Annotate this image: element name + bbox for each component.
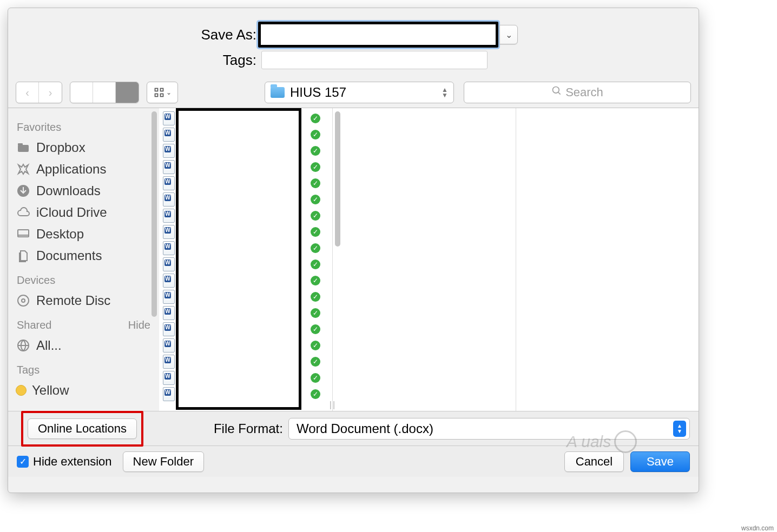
sidebar-item-label: Documents xyxy=(36,248,102,263)
chevron-left-icon: ‹ xyxy=(25,87,29,99)
sync-ok-icon: ✓ xyxy=(311,195,320,204)
sync-ok-icon: ✓ xyxy=(311,341,320,350)
back-button[interactable]: ‹ xyxy=(16,82,39,103)
sidebar-item-downloads[interactable]: Downloads xyxy=(14,180,159,202)
list-view-button[interactable] xyxy=(93,82,116,103)
tags-row: Tags: xyxy=(8,49,699,71)
word-doc-icon xyxy=(163,355,175,369)
word-doc-icon xyxy=(163,274,175,288)
icon-view-button[interactable] xyxy=(70,82,93,103)
sync-ok-icon: ✓ xyxy=(311,178,320,188)
svg-rect-13 xyxy=(160,94,163,97)
tags-input[interactable] xyxy=(261,51,488,69)
svg-rect-12 xyxy=(155,94,157,97)
sidebar-item-documents[interactable]: Documents xyxy=(14,245,159,267)
footer-site: wsxdn.com xyxy=(741,524,774,532)
disc-icon xyxy=(16,294,31,307)
file-browser: Favorites Dropbox Applications Downloads… xyxy=(8,108,699,411)
svg-rect-19 xyxy=(18,230,29,237)
search-field[interactable]: Search xyxy=(464,82,691,103)
expand-dialog-button[interactable]: ⌄ xyxy=(499,25,518,44)
filename-redaction xyxy=(176,108,301,410)
chevron-down-icon: ⌄ xyxy=(505,30,512,40)
hide-extension-checkbox[interactable]: ✓ xyxy=(17,456,29,468)
documents-icon xyxy=(16,249,31,262)
sync-ok-icon: ✓ xyxy=(311,162,320,172)
sidebar-item-dropbox[interactable]: Dropbox xyxy=(14,137,159,158)
updown-icon: ▲▼ xyxy=(673,421,686,437)
column-view-button[interactable] xyxy=(116,82,139,103)
column-resize-handle[interactable]: || xyxy=(326,400,339,410)
preview-column-2 xyxy=(516,108,699,411)
word-doc-icon xyxy=(163,111,175,125)
path-popup[interactable]: HIUS 157 ▲▼ xyxy=(265,82,454,103)
updown-icon: ▲▼ xyxy=(442,87,448,98)
online-locations-highlight: Online Locations xyxy=(21,411,143,447)
word-doc-icon xyxy=(163,128,175,142)
arrange-button[interactable]: ⌄ xyxy=(147,82,177,103)
svg-rect-11 xyxy=(160,89,163,91)
file-format-value: Word Document (.docx) xyxy=(297,421,433,436)
nav-group: ‹ › xyxy=(16,82,62,103)
hide-link[interactable]: Hide xyxy=(128,319,150,331)
chevron-right-icon: › xyxy=(49,87,52,99)
save-as-label: Save As: xyxy=(8,26,258,43)
sync-ok-icon: ✓ xyxy=(311,308,320,318)
sidebar-item-label: iCloud Drive xyxy=(36,205,107,220)
filename-input[interactable] xyxy=(258,22,498,48)
svg-point-14 xyxy=(553,87,559,94)
sidebar-item-remote-disc[interactable]: Remote Disc xyxy=(14,290,159,311)
preview-column-1: || xyxy=(333,108,516,411)
sidebar-item-desktop[interactable]: Desktop xyxy=(14,223,159,245)
sync-ok-icon: ✓ xyxy=(311,373,320,383)
word-doc-icon xyxy=(163,225,175,239)
arrange-group: ⌄ xyxy=(147,82,178,103)
sidebar-scrollbar[interactable] xyxy=(152,111,157,317)
sidebar-item-all-shared[interactable]: All... xyxy=(14,335,159,356)
sync-ok-icon: ✓ xyxy=(311,276,320,285)
view-mode-group xyxy=(70,82,139,103)
word-doc-icon xyxy=(163,306,175,320)
online-locations-button[interactable]: Online Locations xyxy=(28,418,137,439)
file-column: ✓✓✓✓✓✓✓✓✓✓✓✓✓✓✓✓✓✓ xyxy=(160,108,333,411)
save-as-row: Save As: ⌄ xyxy=(8,21,699,48)
svg-rect-17 xyxy=(18,143,23,145)
sidebar-item-label: Desktop xyxy=(36,227,84,242)
word-doc-icon xyxy=(163,241,175,255)
word-doc-icon xyxy=(163,160,175,174)
sync-ok-icon: ✓ xyxy=(311,243,320,253)
svg-line-15 xyxy=(558,92,561,95)
applications-icon xyxy=(16,163,31,176)
arrange-icon: ⌄ xyxy=(154,87,172,98)
sidebar-item-tag-yellow[interactable]: Yellow xyxy=(14,380,159,401)
sync-ok-icon: ✓ xyxy=(311,114,320,123)
sidebar-item-applications[interactable]: Applications xyxy=(14,158,159,180)
folder-icon xyxy=(16,141,31,154)
sync-ok-icon: ✓ xyxy=(311,211,320,221)
sidebar-item-label: Remote Disc xyxy=(36,293,110,308)
word-doc-icon xyxy=(163,322,175,336)
folder-icon xyxy=(271,87,285,98)
sidebar-item-label: All... xyxy=(36,338,62,353)
sync-ok-icon: ✓ xyxy=(311,389,320,399)
sync-ok-icon: ✓ xyxy=(311,227,320,237)
word-doc-icon xyxy=(163,144,175,158)
sync-ok-icon: ✓ xyxy=(311,130,320,139)
downloads-icon xyxy=(16,184,31,197)
column-scrollbar[interactable] xyxy=(335,111,340,247)
watermark-icon xyxy=(614,430,637,453)
network-icon xyxy=(16,339,31,352)
word-doc-icon xyxy=(163,192,175,207)
path-label: HIUS 157 xyxy=(290,85,346,100)
favorites-header: Favorites xyxy=(17,121,150,134)
sidebar-item-label: Applications xyxy=(36,162,106,177)
svg-point-21 xyxy=(18,295,29,306)
new-folder-button[interactable]: New Folder xyxy=(123,451,204,472)
search-placeholder: Search xyxy=(565,85,603,99)
word-doc-icon xyxy=(163,371,175,385)
tags-label: Tags: xyxy=(8,52,258,69)
forward-button[interactable]: › xyxy=(39,82,62,103)
svg-point-22 xyxy=(22,299,25,302)
sidebar-item-icloud[interactable]: iCloud Drive xyxy=(14,202,159,223)
desktop-icon xyxy=(16,228,31,241)
